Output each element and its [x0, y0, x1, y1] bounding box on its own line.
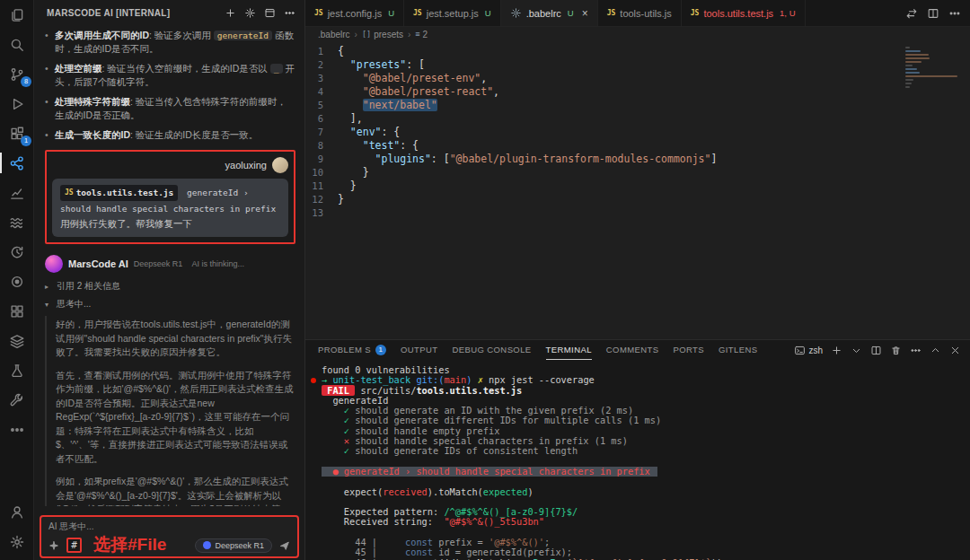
code-token: ,	[493, 85, 499, 98]
line-number: 6	[305, 112, 338, 126]
split-terminal-icon	[870, 345, 882, 356]
minimap-line	[905, 47, 910, 48]
tab-jest.config.js[interactable]: JSjest.config.jsU	[305, 0, 404, 26]
minimap-line	[905, 90, 909, 92]
chat-input-box[interactable]: AI 思考中... # Deepseek R1 选择#File	[40, 515, 299, 558]
terminal-token: RegExp	[527, 557, 566, 560]
terminal-token: Received string:	[322, 516, 444, 527]
code-token: "@babel/plugin-transform-modules-commonj…	[450, 153, 711, 165]
tab-tools.utils.test.js[interactable]: JStools.utils.test.js1, U	[682, 0, 806, 26]
terminal-token: should generate different IDs for multip…	[349, 415, 661, 425]
terminal-more[interactable]	[910, 345, 922, 356]
more-actions-icon[interactable]	[284, 7, 295, 19]
activity-run-debug-icon[interactable]	[0, 89, 34, 118]
tab-jest.setup.js[interactable]: JSjest.setup.jsU	[404, 0, 501, 26]
new-terminal[interactable]	[831, 345, 842, 356]
new-chat-icon[interactable]	[225, 7, 236, 19]
terminal-line: Received string: "@#$%^&()_5t5u3bn"	[322, 517, 970, 527]
tab-output[interactable]: OUTPUT	[401, 340, 437, 360]
activity-search-icon[interactable]	[0, 30, 34, 59]
shell-select-label: zsh	[808, 346, 823, 355]
chat-scroll-area[interactable]: 多次调用生成不同的ID: 验证多次调用 generateId 函数时，生成的ID…	[34, 25, 304, 506]
tab-comments[interactable]: COMMENTS	[606, 340, 659, 360]
open-as-editor-icon[interactable]	[264, 7, 276, 19]
activity-record-icon[interactable]	[0, 267, 34, 296]
git-status: U	[388, 8, 394, 18]
deepseek-logo	[203, 541, 211, 549]
record-icon	[9, 274, 25, 290]
compare-changes-icon[interactable]	[905, 7, 918, 20]
line-number: 12	[305, 193, 338, 206]
tab-terminal[interactable]: TERMINAL	[546, 340, 592, 360]
close-panel[interactable]	[949, 345, 961, 356]
activity-metrics-icon[interactable]	[0, 178, 34, 207]
code-token: "presets"	[350, 58, 406, 71]
activity-settings-icon[interactable]	[0, 527, 34, 556]
tab-problems[interactable]: PROBLEM S1	[318, 340, 386, 360]
tab-debug-console[interactable]: DEBUG CONSOLE	[453, 340, 532, 360]
terminal-dropdown[interactable]	[851, 345, 862, 356]
activity-account-icon[interactable]	[0, 497, 34, 527]
activity-bar-bottom	[0, 497, 33, 556]
marscode-ai-icon	[9, 155, 25, 171]
code-token: : {	[381, 126, 400, 138]
file-chip[interactable]: JStools.utils.test.js	[60, 185, 178, 201]
activity-more-views-icon[interactable]	[0, 415, 34, 444]
close-tab-icon[interactable]: ×	[582, 8, 588, 19]
code-line: 5 "next/babel"	[305, 99, 895, 112]
terminal[interactable]: found 0 vulnerabilities→ unit-test_back …	[305, 360, 970, 560]
activity-explorer-icon[interactable]	[0, 0, 34, 30]
assistant-header: MarsCode AI Deepseek R1 AI is thinking..…	[45, 255, 295, 273]
references-toggle[interactable]: ▸引用 2 相关信息	[45, 280, 295, 293]
activity-marscode-ai-icon[interactable]	[0, 148, 34, 178]
tab-gitlens-label: GITLENS	[719, 345, 757, 354]
activity-history-icon[interactable]	[0, 237, 34, 267]
thinking-block: 好的，用户报告说在tools.utils.test.js中，generateId…	[45, 316, 295, 506]
file-context-button[interactable]: #	[66, 538, 82, 553]
bullet-text: : 验证多次调用	[149, 30, 214, 40]
send-button[interactable]	[279, 540, 290, 551]
bullet-text: 生成一致长度的ID	[55, 129, 130, 140]
chevron-down-icon: ▾	[45, 301, 52, 309]
tab-.babelrc[interactable]: .babelrcU×	[501, 0, 598, 26]
more-editor-actions-icon[interactable]	[948, 7, 961, 20]
activity-source-control-icon[interactable]: 8	[0, 59, 34, 89]
kill-terminal[interactable]	[890, 345, 902, 356]
minimap-line	[905, 83, 912, 84]
chat-settings-icon[interactable]	[244, 7, 256, 19]
test-case-item: 处理特殊字符前缀: 验证当传入包含特殊字符的前缀时，生成的ID是否正确。	[45, 95, 295, 122]
maximize-panel[interactable]	[930, 345, 941, 356]
split-terminal[interactable]	[870, 345, 882, 356]
tab-tools-utils.js[interactable]: JStools-utils.js	[598, 0, 682, 26]
terminal-token: expect(	[322, 486, 383, 497]
model-selector[interactable]: Deepseek R1	[195, 538, 272, 553]
shell-select[interactable]: zsh	[794, 345, 823, 356]
split-editor-icon[interactable]	[927, 7, 939, 20]
kill-terminal-icon	[890, 345, 902, 356]
sparkle-command-icon[interactable]	[48, 540, 59, 551]
thinking-toggle[interactable]: ▾思考中...	[45, 298, 295, 311]
activity-apps-grid-icon[interactable]	[0, 296, 34, 326]
code-line: 10 }	[305, 166, 895, 179]
code-editor[interactable]: 1{2 "presets": [3 "@babel/preset-env",4 …	[305, 41, 970, 339]
line-number: 11	[305, 179, 338, 193]
input-toolbar: # Deepseek R1	[48, 538, 290, 553]
activity-tools-icon[interactable]	[0, 385, 34, 415]
line-number: 5	[305, 99, 338, 112]
terminal-line: ✓ should generate IDs of consistent leng…	[322, 446, 970, 456]
tab-ports[interactable]: PORTS	[673, 340, 704, 360]
activity-experiments-icon[interactable]	[0, 355, 34, 385]
breadcrumb-item[interactable]: []presets	[362, 30, 403, 39]
search-icon	[9, 37, 25, 53]
panel-tabs: PROBLEM S1OUTPUTDEBUG CONSOLETERMINALCOM…	[318, 340, 772, 360]
terminal-token: )	[466, 374, 477, 385]
breadcrumb: .babelrc›[]presets›≡2	[305, 27, 970, 41]
terminal-token: expect(id).toMatch(	[405, 557, 511, 560]
tab-gitlens[interactable]: GITLENS	[719, 340, 757, 360]
activity-activity-waves-icon[interactable]	[0, 207, 34, 237]
minimap[interactable]	[905, 47, 961, 93]
breadcrumb-item[interactable]: .babelrc	[318, 30, 350, 39]
activity-extensions-icon[interactable]: 1	[0, 118, 34, 148]
activity-layers-icon[interactable]	[0, 326, 34, 355]
breadcrumb-item[interactable]: ≡2	[415, 30, 428, 39]
